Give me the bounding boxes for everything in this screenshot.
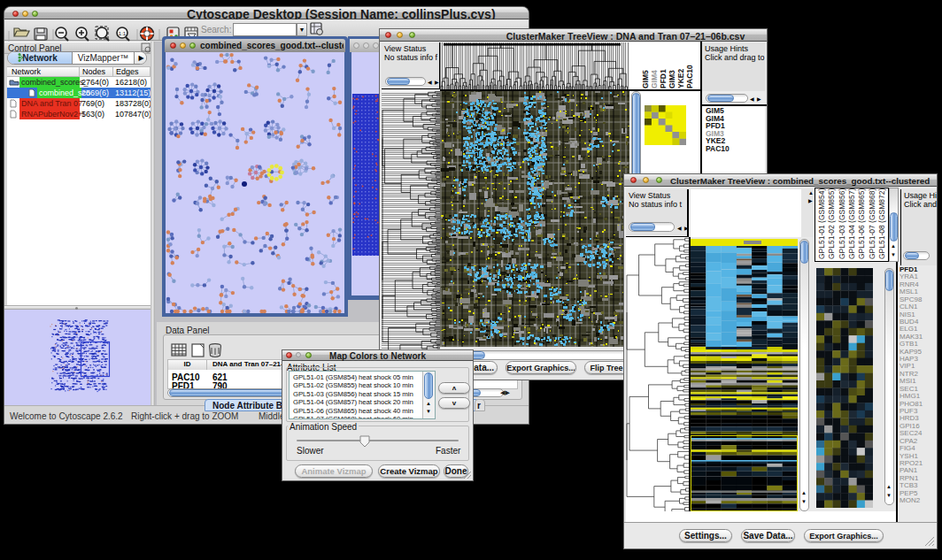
svg-text:GPL51-06 (GSM865): GPL51-06 (GSM865) (857, 188, 866, 259)
svg-text:GIM3: GIM3 (668, 70, 676, 88)
svg-text:GPL51-04 (GSM857): GPL51-04 (GSM857) (847, 188, 856, 259)
svg-text:GPL51-08 (GSM872): GPL51-08 (GSM872) (877, 188, 886, 259)
svg-text:PAC10: PAC10 (685, 65, 694, 88)
svg-text:1:1: 1:1 (119, 31, 127, 36)
svg-text:GPL51-01 (GSM854): GPL51-01 (GSM854) (817, 188, 826, 259)
svg-text:YKE2: YKE2 (676, 69, 685, 88)
svg-text:GPL51-07 (GSM868): GPL51-07 (GSM868) (868, 188, 876, 259)
svg-text:PFD1: PFD1 (659, 69, 668, 88)
svg-text:GIM4: GIM4 (650, 70, 659, 88)
svg-text:GPL51-03 (GSM856): GPL51-03 (GSM856) (838, 188, 846, 259)
svg-text:GIM5: GIM5 (641, 70, 650, 88)
svg-text:GPL51-02 (GSM855): GPL51-02 (GSM855) (827, 188, 836, 259)
